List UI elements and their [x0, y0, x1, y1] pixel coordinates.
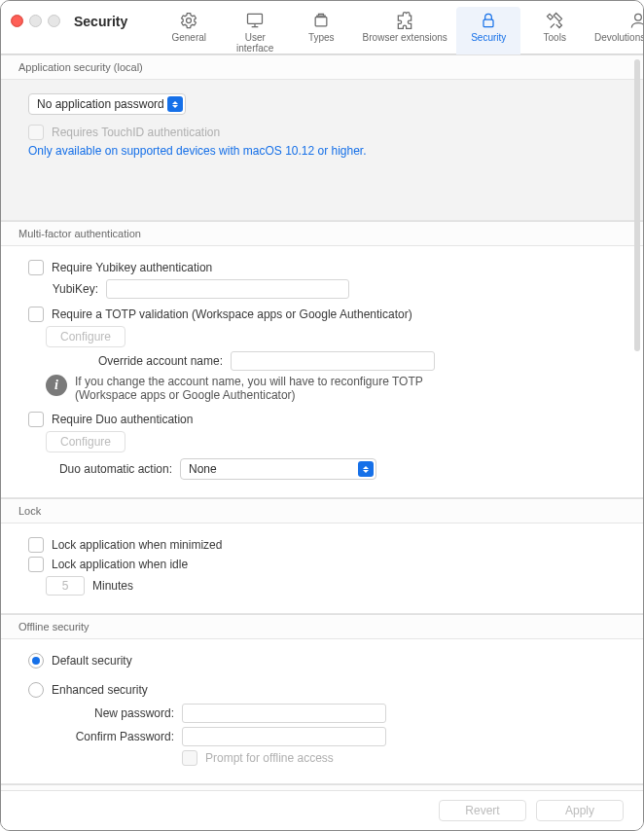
revert-button[interactable]: Revert — [439, 800, 526, 821]
section-offline-security: Offline security Default security Enhanc… — [1, 614, 643, 784]
totp-info-text: If you change the account name, you will… — [75, 375, 445, 402]
macos-note: Only available on supported devices with… — [28, 144, 367, 158]
monitor-icon — [245, 11, 265, 30]
footer: Revert Apply — [1, 790, 643, 830]
idle-minutes-input[interactable] — [46, 576, 85, 596]
duo-action-label: Duo automatic action: — [46, 462, 172, 476]
svg-rect-2 — [315, 18, 327, 26]
section-lock: Lock Lock application when minimized Loc… — [1, 498, 643, 614]
duo-checkbox[interactable] — [28, 412, 44, 427]
apply-button[interactable]: Apply — [536, 800, 624, 821]
section-mfa: Multi-factor authentication Require Yubi… — [1, 221, 643, 498]
close-window-dot[interactable] — [11, 15, 23, 27]
yubikey-label: Require Yubikey authentication — [52, 261, 212, 274]
app-password-select[interactable]: No application password — [28, 93, 186, 115]
select-arrows-icon — [167, 96, 183, 112]
tab-browser-extensions[interactable]: Browser extensions — [355, 7, 454, 59]
user-icon — [628, 11, 644, 30]
tab-general[interactable]: General — [157, 7, 221, 59]
info-icon: i — [46, 375, 67, 396]
lock-minimized-label: Lock application when minimized — [52, 538, 222, 552]
section-heading: Application security (local) — [1, 55, 643, 79]
vertical-scrollbar[interactable] — [634, 59, 640, 351]
section-heading: Lock — [1, 499, 643, 523]
enhanced-security-radio[interactable] — [28, 682, 44, 698]
window-controls — [11, 15, 60, 27]
lock-idle-label: Lock application when idle — [52, 558, 188, 571]
tab-devolutions-account[interactable]: Devolutions Account — [589, 7, 644, 59]
tab-user-interface[interactable]: User interface — [223, 7, 287, 59]
svg-point-4 — [635, 14, 642, 20]
totp-configure-button[interactable]: Configure — [46, 326, 125, 347]
tab-types[interactable]: Types — [289, 7, 353, 59]
prompt-offline-label: Prompt for offline access — [205, 751, 334, 765]
lock-icon — [479, 11, 498, 30]
duo-label: Require Duo authentication — [52, 413, 193, 426]
confirm-password-input[interactable] — [182, 727, 386, 746]
touchid-label: Requires TouchID authentication — [52, 126, 220, 139]
duo-action-select[interactable]: None — [180, 458, 376, 480]
yubikey-input[interactable] — [106, 279, 349, 299]
toolbar: General User interface Types Browser ext… — [157, 7, 644, 59]
new-password-label: New password: — [67, 706, 174, 720]
duo-configure-button[interactable]: Configure — [46, 431, 125, 452]
window-title: Security — [74, 14, 127, 29]
confirm-password-label: Confirm Password: — [67, 730, 174, 743]
select-value: None — [189, 462, 217, 476]
gear-icon — [179, 11, 198, 30]
totp-label: Require a TOTP validation (Workspace app… — [52, 307, 412, 321]
default-security-label: Default security — [52, 654, 132, 668]
yubikey-checkbox[interactable] — [28, 260, 44, 275]
select-value: No application password — [37, 97, 164, 111]
minutes-label: Minutes — [92, 579, 133, 593]
tab-tools[interactable]: Tools — [522, 7, 587, 59]
svg-point-0 — [187, 18, 192, 23]
content-area: Application security (local) No applicat… — [1, 54, 643, 790]
totp-checkbox[interactable] — [28, 307, 44, 322]
section-heading: Multi-factor authentication — [1, 222, 643, 245]
touchid-checkbox — [28, 125, 44, 140]
new-password-input[interactable] — [182, 704, 386, 723]
title-bar: Security General User interface Types Br… — [1, 1, 643, 54]
svg-rect-1 — [248, 14, 263, 23]
override-label: Override account name: — [87, 354, 223, 368]
minimize-window-dot[interactable] — [29, 15, 42, 27]
select-arrows-icon — [358, 461, 374, 477]
lock-idle-checkbox[interactable] — [28, 557, 44, 572]
prompt-offline-checkbox — [182, 750, 197, 766]
tab-security[interactable]: Security — [456, 7, 520, 59]
security-preferences-window: Security General User interface Types Br… — [0, 0, 644, 831]
stack-icon — [311, 11, 331, 30]
default-security-radio[interactable] — [28, 653, 44, 668]
section-heading: Offline security — [1, 615, 643, 638]
override-account-input[interactable] — [231, 351, 435, 371]
lock-minimized-checkbox[interactable] — [28, 537, 44, 553]
tools-icon — [545, 11, 564, 30]
enhanced-security-label: Enhanced security — [52, 683, 148, 697]
puzzle-icon — [395, 11, 414, 30]
zoom-window-dot[interactable] — [48, 15, 60, 27]
svg-rect-3 — [483, 19, 493, 26]
section-application-security: Application security (local) No applicat… — [1, 54, 643, 221]
yubikey-field-label: YubiKey: — [46, 282, 98, 296]
